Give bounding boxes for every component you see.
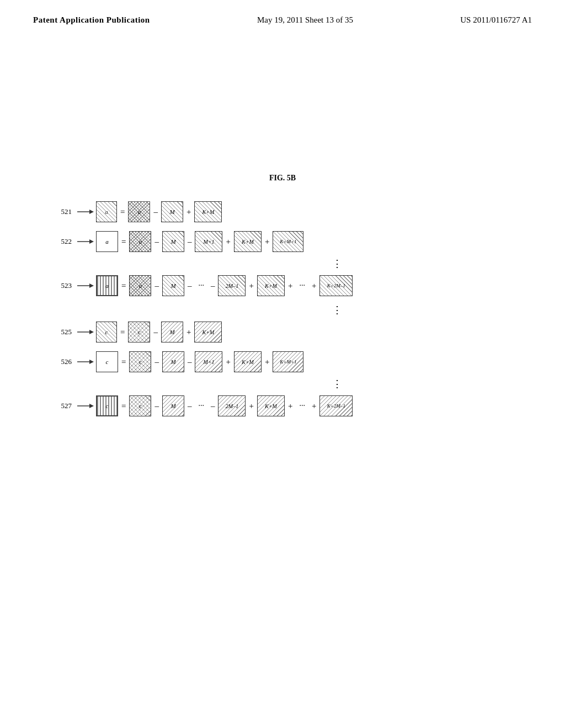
op-dots1-527: ···	[198, 402, 204, 410]
input-box-523: a	[96, 275, 118, 296]
lbl-K2M1-523: K+2M–1	[327, 283, 345, 288]
lbl-c-527: c	[139, 403, 142, 409]
lbl-2M1-523: 2M–1	[226, 283, 238, 289]
box-c-527: c	[129, 395, 151, 416]
lbl-M-525: M	[169, 329, 174, 335]
arrow-521	[77, 206, 94, 217]
row-label-521: 521	[50, 207, 72, 216]
svg-marker-7	[89, 330, 94, 334]
op-plus3-523: +	[312, 281, 316, 291]
op-plus2-522: +	[265, 237, 269, 247]
box-KM-526: K+M	[234, 351, 262, 372]
arrow-line-521	[77, 206, 94, 217]
vdots-1: ⋮	[44, 258, 521, 270]
op-plus1-527: +	[249, 402, 253, 411]
equation-row-525: 525 c = c – M + K+M	[77, 319, 521, 345]
box-KM1-526: K+M+1	[273, 351, 303, 372]
op-minus3-523: –	[211, 281, 215, 291]
lbl-2M1-527: 2M–1	[226, 403, 238, 409]
arrow-526	[77, 356, 94, 367]
box-a-521: a	[128, 201, 150, 222]
arrow-line-523	[77, 280, 94, 291]
equation-group-1: 521 a = a – M + K+M	[44, 199, 521, 254]
publication-type: Patent Application Publication	[33, 15, 150, 25]
op-eq-527: =	[121, 402, 126, 411]
op-eq-523: =	[121, 281, 126, 291]
lbl-K2M1-527: K+2M–1	[327, 403, 345, 409]
op-plus1-522: +	[226, 237, 230, 247]
equation-group-2: 523 a = a – M – ··· – 2M–1	[44, 273, 521, 298]
lbl-KM-526: K+M	[242, 359, 254, 365]
lbl-M1-522: M+1	[203, 239, 214, 245]
op-plus3-527: +	[312, 402, 316, 411]
arrow-522	[77, 236, 94, 247]
input-label-523: a	[105, 282, 109, 289]
lbl-M-526: M	[170, 358, 175, 365]
lbl-KM-527: K+M	[265, 403, 277, 409]
lbl-KM-522: K+M	[242, 239, 254, 245]
arrow-527	[77, 400, 94, 411]
box-c-526: c	[129, 351, 151, 372]
lbl-a-523: a	[139, 282, 142, 289]
box-KM-523: K+M	[257, 275, 285, 296]
op-plus1-526: +	[226, 357, 230, 367]
op-minus2-526: –	[188, 357, 192, 367]
op-plus2-527: +	[288, 402, 292, 411]
box-2M1-523: 2M–1	[218, 275, 246, 296]
op-minus-521: –	[153, 207, 158, 217]
lbl-a-521: a	[138, 208, 141, 215]
box-KM-521: K+M	[194, 201, 222, 222]
box-M-525: M	[161, 322, 183, 342]
op-minus1-527: –	[154, 402, 159, 411]
box-KM-522: K+M	[234, 231, 262, 252]
box-M1-526: M+1	[195, 351, 222, 372]
box-M-526: M	[162, 351, 184, 372]
lbl-M-521: M	[169, 208, 174, 215]
input-box-526: c	[96, 351, 118, 372]
arrow-line-522	[77, 236, 94, 247]
input-box-522: a	[96, 231, 118, 252]
op-plus1-523: +	[249, 281, 253, 291]
input-label-527: c	[106, 403, 109, 409]
lbl-a-522: a	[139, 238, 142, 245]
box-KM1-522: K+M+1	[273, 231, 303, 252]
row-label-526: 526	[50, 357, 72, 366]
box-M-523: M	[162, 275, 184, 296]
op-dots1-523: ···	[198, 281, 204, 290]
sheet-info: May 19, 2011 Sheet 13 of 35	[257, 15, 353, 25]
box-KM-527: K+M	[257, 395, 285, 416]
op-plus-521: +	[186, 207, 191, 217]
lbl-KM1-526: K+M+1	[280, 359, 296, 365]
input-label-521: a	[105, 208, 108, 215]
op-minus1-526: –	[154, 357, 159, 367]
svg-marker-5	[89, 283, 94, 288]
equation-row-522: 522 a = a – M – M+1 +	[77, 229, 521, 254]
svg-marker-11	[89, 404, 94, 408]
equation-row-527: 527 c = c – M – ··· – 2M–1	[77, 393, 521, 419]
lbl-M-523: M	[170, 282, 175, 289]
box-M-521: M	[161, 201, 183, 222]
box-2M1-527: 2M–1	[218, 395, 246, 416]
op-dots2-527: ···	[299, 402, 305, 410]
op-minus-525: –	[153, 328, 158, 337]
box-M1-522: M+1	[195, 231, 222, 252]
page-header: Patent Application Publication May 19, 2…	[0, 0, 565, 30]
input-box-521: a	[96, 201, 117, 222]
arrow-523	[77, 280, 94, 291]
input-box-525: c	[96, 322, 117, 342]
equation-row-523: 523 a = a – M – ··· – 2M–1	[77, 273, 521, 298]
op-eq-526: =	[121, 357, 126, 367]
box-a-523: a	[129, 275, 151, 296]
equation-row-526: 526 c = c – M – M+1 +	[77, 349, 521, 374]
op-dots2-523: ···	[299, 281, 305, 290]
lbl-KM-525: K+M	[202, 329, 215, 335]
lbl-KM1-522: K+M+1	[280, 239, 296, 244]
box-a-522: a	[129, 231, 151, 252]
lbl-M-527: M	[170, 403, 175, 409]
op-plus2-523: +	[288, 281, 292, 291]
lbl-c-525: c	[138, 329, 141, 335]
op-plus2-526: +	[265, 357, 269, 367]
op-minus3-527: –	[211, 402, 215, 411]
patent-number: US 2011/0116727 A1	[460, 15, 532, 25]
op-eq-522: =	[121, 237, 126, 247]
